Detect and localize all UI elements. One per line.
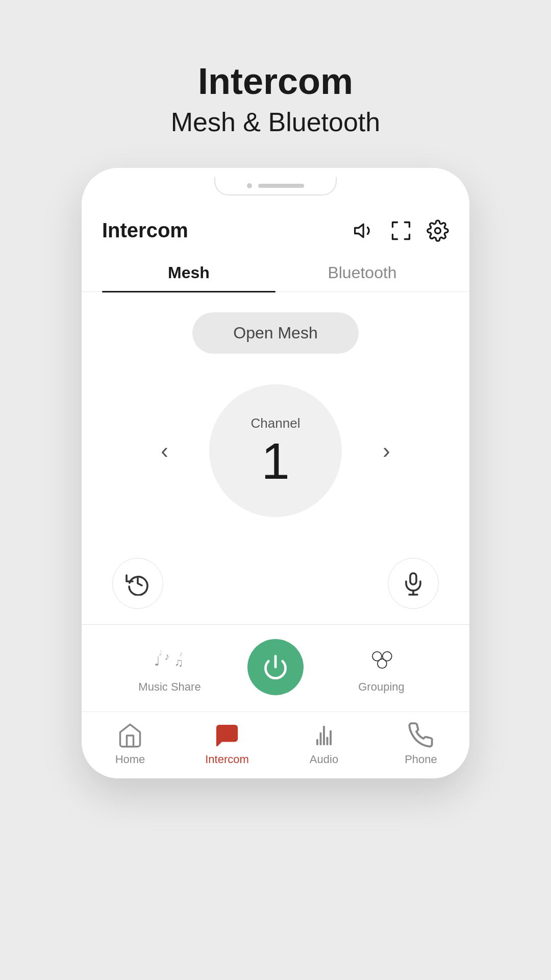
audio-icon [311,722,337,749]
tab-bluetooth[interactable]: Bluetooth [276,252,449,291]
svg-text:♪: ♪ [164,651,169,662]
channel-display: Channel 1 [209,384,342,517]
channel-selector: ‹ Channel 1 › [102,384,449,517]
microphone-button[interactable] [388,558,439,609]
phone-top-bar [82,168,469,205]
scan-icon[interactable] [390,219,412,242]
history-icon [126,571,150,596]
nav-phone-label: Phone [405,753,437,766]
power-item[interactable] [247,639,304,699]
volume-icon[interactable] [353,219,375,242]
phone-mockup: Intercom [82,168,469,778]
nav-home-label: Home [115,753,145,766]
tab-bar: Mesh Bluetooth [82,252,469,292]
grouping-label: Grouping [358,680,405,694]
notch-speaker [258,184,304,188]
bottom-action-bar: ♩ ♪ ♫ ♩ ♪ Music Share [82,624,469,712]
svg-text:♪: ♪ [179,650,183,658]
grouping-item[interactable]: Grouping [314,645,449,694]
page-header: Intercom Mesh & Bluetooth [171,61,380,137]
notch [214,177,337,195]
intercom-icon [214,722,240,749]
page-title: Intercom [171,61,380,102]
app-header-title: Intercom [102,219,188,242]
channel-prev-button[interactable]: ‹ [151,428,179,474]
power-button[interactable] [247,639,304,695]
microphone-icon [401,571,425,596]
music-share-label: Music Share [138,680,201,694]
svg-marker-0 [355,224,364,237]
nav-home[interactable]: Home [82,722,179,766]
channel-value: 1 [261,435,290,486]
svg-text:♩: ♩ [158,649,162,657]
open-mesh-button[interactable]: Open Mesh [192,312,358,354]
nav-intercom-label: Intercom [205,753,249,766]
phone-icon [408,722,434,749]
app-header: Intercom [82,205,469,252]
svg-point-1 [435,228,441,233]
main-content: Open Mesh ‹ Channel 1 › [82,292,469,624]
nav-audio[interactable]: Audio [276,722,372,766]
app-header-icons [353,219,449,242]
channel-next-button[interactable]: › [372,428,400,474]
tab-mesh[interactable]: Mesh [102,252,276,291]
music-share-item[interactable]: ♩ ♪ ♫ ♩ ♪ Music Share [102,645,237,694]
music-share-icon: ♩ ♪ ♫ ♩ ♪ [152,645,188,675]
page-subtitle: Mesh & Bluetooth [171,107,380,137]
notch-dot [247,183,252,188]
power-icon [262,654,289,680]
nav-bar: Home Intercom [82,712,469,778]
nav-audio-label: Audio [310,753,338,766]
nav-intercom[interactable]: Intercom [179,722,276,766]
history-button[interactable] [112,558,163,609]
action-icons [102,558,449,609]
svg-point-13 [377,659,386,668]
settings-icon[interactable] [427,219,449,242]
nav-phone[interactable]: Phone [372,722,469,766]
home-icon [117,722,143,749]
svg-rect-2 [410,573,416,584]
channel-label: Channel [251,415,300,431]
grouping-icon [363,645,400,675]
app-content: Intercom [82,205,469,778]
